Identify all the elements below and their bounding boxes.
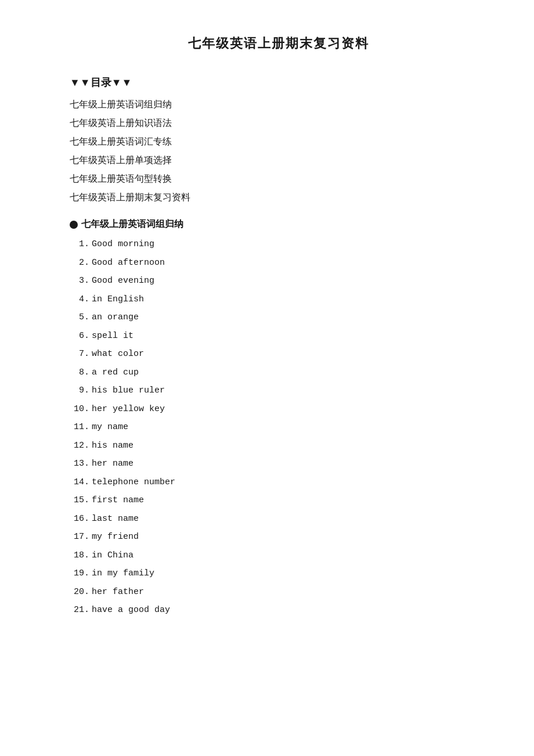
vocab-text: have a good day xyxy=(92,601,170,620)
vocab-item: 18. in China xyxy=(70,546,488,565)
vocab-item: 9. his blue ruler xyxy=(70,381,488,400)
vocab-number: 8. xyxy=(70,363,89,382)
toc-item: 七年级英语上册期末复习资料 xyxy=(70,188,488,207)
vocab-text: her father xyxy=(92,583,144,602)
vocab-number: 7. xyxy=(70,345,89,363)
vocab-number: 3. xyxy=(70,272,89,290)
vocab-text: Good afternoon xyxy=(92,254,165,272)
vocab-number: 2. xyxy=(70,254,89,272)
vocab-item: 5. an orange xyxy=(70,308,488,327)
toc-list: 七年级上册英语词组归纳七年级英语上册知识语法七年级上册英语词汇专练七年级英语上册… xyxy=(70,95,488,207)
vocab-text: in China xyxy=(92,546,134,565)
vocab-text: an orange xyxy=(92,308,139,327)
vocab-text: Good evening xyxy=(92,272,154,290)
vocab-text: spell it xyxy=(92,327,134,345)
vocab-number: 15. xyxy=(70,491,89,510)
vocab-item: 1. Good morning xyxy=(70,235,488,254)
vocab-number: 19. xyxy=(70,564,89,583)
section-title: 七年级上册英语词组归纳 xyxy=(81,218,183,231)
vocab-item: 10. her yellow key xyxy=(70,400,488,419)
vocab-number: 6. xyxy=(70,327,89,345)
vocab-item: 3. Good evening xyxy=(70,272,488,290)
vocab-text: telephone number xyxy=(92,473,175,492)
vocab-item: 13. her name xyxy=(70,455,488,473)
vocab-number: 14. xyxy=(70,473,89,492)
vocab-text: first name xyxy=(92,491,144,510)
vocab-number: 11. xyxy=(70,418,89,437)
vocab-number: 5. xyxy=(70,308,89,327)
bullet-icon xyxy=(70,221,78,229)
toc-item: 七年级上册英语句型转换 xyxy=(70,170,488,188)
vocab-item: 11. my name xyxy=(70,418,488,437)
section-header: 七年级上册英语词组归纳 xyxy=(70,218,488,231)
vocab-item: 6. spell it xyxy=(70,327,488,345)
vocab-number: 9. xyxy=(70,381,89,400)
vocab-text: what color xyxy=(92,345,144,363)
vocab-number: 21. xyxy=(70,601,89,620)
vocab-item: 7. what color xyxy=(70,345,488,363)
vocab-number: 16. xyxy=(70,510,89,528)
vocab-text: last name xyxy=(92,510,139,528)
vocab-text: her yellow key xyxy=(92,400,165,419)
toc-item: 七年级英语上册知识语法 xyxy=(70,114,488,132)
vocab-item: 15. first name xyxy=(70,491,488,510)
vocab-item: 16. last name xyxy=(70,510,488,528)
toc-header: ▼▼目录▼▼ xyxy=(70,75,488,89)
vocab-number: 1. xyxy=(70,235,89,254)
vocab-text: her name xyxy=(92,455,134,473)
toc-item: 七年级英语上册单项选择 xyxy=(70,151,488,170)
page-title: 七年级英语上册期末复习资料 xyxy=(70,35,488,52)
vocab-number: 12. xyxy=(70,437,89,455)
vocab-text: Good morning xyxy=(92,235,154,254)
vocab-text: his name xyxy=(92,437,134,455)
vocab-text: my name xyxy=(92,418,128,437)
vocab-text: in my family xyxy=(92,564,154,583)
vocab-number: 10. xyxy=(70,400,89,419)
vocab-number: 4. xyxy=(70,290,89,309)
vocab-number: 18. xyxy=(70,546,89,565)
vocab-number: 20. xyxy=(70,583,89,602)
vocab-item: 20. her father xyxy=(70,583,488,602)
vocab-text: a red cup xyxy=(92,363,139,382)
vocab-item: 14. telephone number xyxy=(70,473,488,492)
vocab-item: 19. in my family xyxy=(70,564,488,583)
toc-item: 七年级上册英语词汇专练 xyxy=(70,132,488,151)
vocab-item: 4. in English xyxy=(70,290,488,309)
vocab-item: 8. a red cup xyxy=(70,363,488,382)
vocab-item: 17. my friend xyxy=(70,528,488,546)
vocab-item: 21. have a good day xyxy=(70,601,488,620)
vocab-item: 12. his name xyxy=(70,437,488,455)
vocab-text: his blue ruler xyxy=(92,381,165,400)
toc-item: 七年级上册英语词组归纳 xyxy=(70,95,488,114)
vocab-text: my friend xyxy=(92,528,139,546)
vocab-item: 2. Good afternoon xyxy=(70,254,488,272)
vocab-text: in English xyxy=(92,290,144,309)
vocab-list: 1. Good morning2. Good afternoon3. Good … xyxy=(70,235,488,620)
vocab-number: 13. xyxy=(70,455,89,473)
vocab-number: 17. xyxy=(70,528,89,546)
